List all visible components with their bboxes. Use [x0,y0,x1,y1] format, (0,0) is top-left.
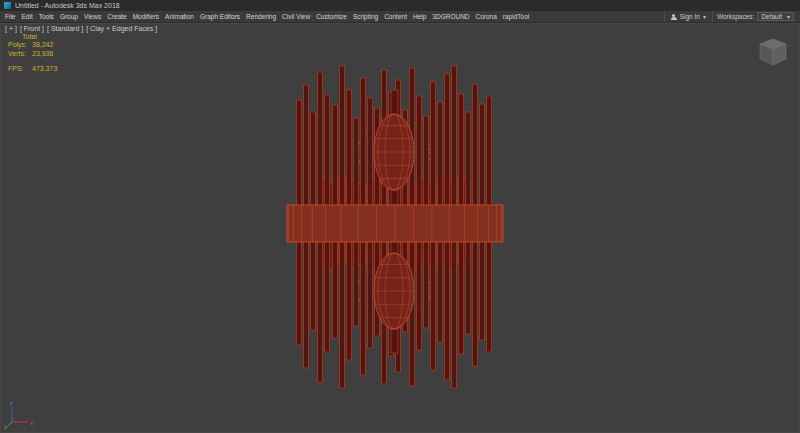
viewcube[interactable] [756,35,790,69]
viewport-menu-standard[interactable]: [ Standard ] [47,25,83,32]
viewport-menu-pov[interactable]: [ Front ] [20,25,44,32]
workspaces-control: Workspaces: Default ▾ [713,12,798,21]
workspace-select[interactable]: Default ▾ [757,12,794,21]
menu-3dground[interactable]: 3DGROUND [429,11,472,23]
menu-rapidtool[interactable]: rapidTool [500,11,532,23]
sign-in-label: Sign In [680,13,700,20]
menu-civil-view[interactable]: Civil View [279,11,313,23]
menu-file[interactable]: File [2,11,18,23]
menu-help[interactable]: Help [410,11,429,23]
stats-verts-value: 23,936 [32,50,53,57]
menu-group[interactable]: Group [57,11,81,23]
stats-fps-value: 473.373 [32,65,57,72]
workspaces-label: Workspaces: [717,13,754,20]
stats-total-header: Total [8,33,57,41]
svg-text:z: z [10,400,13,406]
menu-modifiers[interactable]: Modifiers [130,11,162,23]
window-titlebar: Untitled - Autodesk 3ds Max 2018 [0,0,800,11]
menu-scripting[interactable]: Scripting [350,11,381,23]
menu-content[interactable]: Content [381,11,410,23]
stats-fps-label: FPS: [8,65,32,73]
menu-create[interactable]: Create [104,11,130,23]
chevron-down-icon: ▾ [787,14,790,20]
svg-text:y: y [4,424,7,430]
menu-animation[interactable]: Animation [162,11,197,23]
chevron-down-icon: ▾ [703,14,706,20]
menu-views[interactable]: Views [81,11,104,23]
menu-customize[interactable]: Customize [313,11,350,23]
svg-text:x: x [30,420,33,426]
viewport-menu-general[interactable]: [ + ] [5,25,17,32]
stats-fps-row: FPS:473.373 [8,65,57,73]
stats-polys-label: Polys: [8,41,32,49]
menu-corona[interactable]: Corona [473,11,500,23]
stats-verts-row: Verts:23,936 [8,50,57,58]
sign-in-button[interactable]: Sign In ▾ [664,11,713,22]
window-title: Untitled - Autodesk 3ds Max 2018 [15,2,120,9]
viewport-statistics: Total Polys:38,242 Verts:23,936 FPS:473.… [8,33,57,74]
world-axis-gizmo: x z y [4,400,36,430]
menu-tools[interactable]: Tools [36,11,57,23]
menu-rendering[interactable]: Rendering [243,11,279,23]
viewport-label: [ + ] [ Front ] [ Standard ] [ Clay + Ed… [5,25,157,32]
workspace-value: Default [761,13,782,20]
stats-polys-value: 38,242 [32,41,53,48]
menubar: File Edit Tools Group Views Create Modif… [0,11,800,23]
menu-edit[interactable]: Edit [18,11,35,23]
viewport-front[interactable]: [ + ] [ Front ] [ Standard ] [ Clay + Ed… [0,23,800,433]
scene-model-chandelier[interactable] [0,23,800,433]
user-icon [671,14,677,20]
stats-gap [8,58,57,65]
stats-verts-label: Verts: [8,50,32,58]
viewport-menu-shading[interactable]: [ Clay + Edged Faces ] [86,25,157,32]
menu-graph-editors[interactable]: Graph Editors [197,11,243,23]
stats-polys-row: Polys:38,242 [8,41,57,49]
application-window: { "window": { "title": "Untitled - Autod… [0,0,800,433]
app-icon [4,2,11,9]
